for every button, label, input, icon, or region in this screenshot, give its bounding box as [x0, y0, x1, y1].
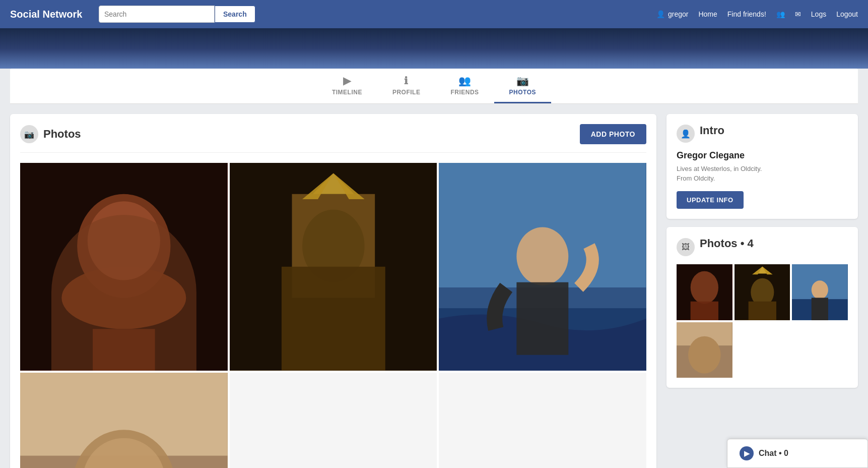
chat-button[interactable]: ▶ Chat • 0 [727, 439, 868, 468]
right-panel: 👤 Intro Gregor Clegane Lives at Westerlo… [666, 114, 858, 468]
tab-photos-label: PHOTOS [509, 89, 536, 96]
photo-item-2[interactable] [230, 163, 437, 371]
sidebar-photos-title: Photos • 4 [700, 237, 754, 250]
photos-tab-icon: 📷 [516, 75, 529, 87]
profile-tabs: ▶ TIMELINE ℹ PROFILE 👥 FRIENDS 📷 PHOTOS [10, 69, 858, 104]
tab-friends[interactable]: 👥 FRIENDS [435, 69, 494, 103]
photo-placeholder-2 [439, 373, 646, 468]
intro-name: Gregor Clegane [677, 150, 848, 161]
logout-link[interactable]: Logout [836, 10, 858, 18]
home-link[interactable]: Home [698, 10, 717, 18]
user-profile-link[interactable]: 👤 gregor [656, 10, 688, 18]
photo-item-4[interactable] [20, 373, 228, 468]
tab-profile-label: PROFILE [392, 89, 421, 96]
sidebar-photos-icon: 🖼 [677, 238, 695, 256]
svg-rect-35 [812, 298, 828, 320]
photos-divider [20, 152, 646, 153]
tab-friends-label: FRIENDS [450, 89, 479, 96]
search-button[interactable]: Search [215, 6, 255, 23]
profile-icon: ℹ [404, 75, 409, 87]
photos-card: 📷 Photos ADD PHOTO [10, 114, 656, 468]
navbar-right: 👤 gregor Home Find friends! 👥 ✉ Logs Log… [656, 10, 858, 18]
user-icon: 👤 [656, 10, 665, 18]
photo-image-3 [439, 163, 646, 371]
cover-photo [0, 28, 868, 69]
intro-from: From Oldcity. [677, 174, 848, 182]
friends-tab-icon: 👥 [458, 75, 472, 87]
photo-image-4 [20, 373, 228, 468]
svg-point-15 [517, 227, 569, 285]
brand-logo: Social Network [10, 9, 91, 20]
tab-timeline-label: TIMELINE [332, 89, 362, 96]
svg-rect-31 [748, 302, 776, 320]
photo-image-2 [230, 163, 437, 371]
svg-point-24 [691, 271, 718, 304]
svg-point-38 [688, 336, 721, 373]
svg-rect-16 [517, 282, 569, 355]
left-panel: 📷 Photos ADD PHOTO [10, 114, 656, 468]
sidebar-photos-card: 🖼 Photos • 4 [666, 227, 858, 388]
main-layout: 📷 Photos ADD PHOTO [0, 104, 868, 468]
intro-card: 👤 Intro Gregor Clegane Lives at Westerlo… [666, 114, 858, 219]
sidebar-photo-4[interactable] [677, 322, 732, 378]
friends-icon[interactable]: 👥 [776, 10, 785, 18]
messages-icon[interactable]: ✉ [795, 10, 801, 18]
photo-image-1 [20, 163, 228, 371]
intro-section-icon: 👤 [677, 125, 695, 143]
photo-item-3[interactable] [439, 163, 646, 371]
add-photo-button[interactable]: ADD PHOTO [580, 124, 646, 144]
chat-label: Chat • 0 [759, 449, 788, 458]
sidebar-photo-2[interactable] [735, 264, 790, 320]
timeline-icon: ▶ [343, 75, 351, 87]
photos-title-row: 📷 Photos [20, 125, 81, 143]
search-form: Search [99, 6, 255, 23]
find-friends-link[interactable]: Find friends! [727, 10, 766, 18]
intro-title: Intro [700, 124, 724, 137]
photos-section-icon: 📷 [20, 125, 38, 143]
svg-point-3 [88, 201, 160, 280]
svg-rect-11 [282, 267, 385, 371]
svg-point-2 [61, 267, 186, 329]
search-input[interactable] [99, 6, 215, 23]
photo-item-1[interactable] [20, 163, 228, 371]
navbar: Social Network Search 👤 gregor Home Find… [0, 0, 868, 28]
photos-title: Photos [43, 128, 81, 141]
sidebar-photo-1[interactable] [677, 264, 732, 320]
svg-rect-25 [691, 302, 718, 320]
chat-icon: ▶ [740, 446, 754, 460]
tab-photos[interactable]: 📷 PHOTOS [494, 69, 551, 103]
sidebar-photo-3[interactable] [792, 264, 848, 320]
photos-card-header: 📷 Photos ADD PHOTO [20, 124, 646, 144]
logs-link[interactable]: Logs [811, 10, 826, 18]
svg-rect-4 [93, 329, 155, 370]
intro-lives-at: Lives at Westerlos, in Oldcity. [677, 165, 848, 172]
photos-grid [20, 163, 646, 468]
sidebar-photos-grid [677, 264, 848, 378]
svg-point-34 [812, 280, 828, 299]
tab-profile[interactable]: ℹ PROFILE [377, 69, 436, 103]
tab-timeline[interactable]: ▶ TIMELINE [317, 69, 377, 103]
username: gregor [668, 10, 688, 18]
photo-placeholder-1 [230, 373, 437, 468]
update-info-button[interactable]: UPDATE INFO [677, 191, 744, 209]
